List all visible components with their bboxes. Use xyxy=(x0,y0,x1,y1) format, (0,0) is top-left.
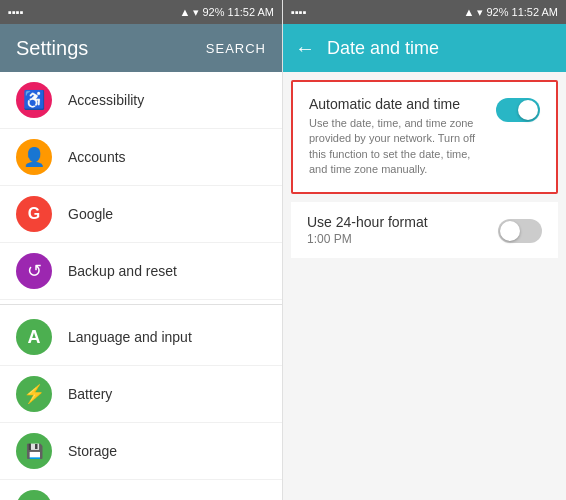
settings-item-accounts[interactable]: 👤 Accounts xyxy=(0,129,282,186)
accessibility-label: Accessibility xyxy=(68,92,144,108)
settings-item-accessories[interactable]: ⚙ Accessories xyxy=(0,480,282,500)
settings-item-battery[interactable]: ⚡ Battery xyxy=(0,366,282,423)
battery-text: 92% xyxy=(202,6,224,18)
right-notification-icons: ▪▪▪▪ xyxy=(291,6,307,18)
battery-label: Battery xyxy=(68,386,112,402)
settings-title: Settings xyxy=(16,37,88,60)
right-content: Automatic date and time Use the date, ti… xyxy=(283,72,566,500)
format-24h-text: Use 24-hour format 1:00 PM xyxy=(307,214,428,246)
language-icon: A xyxy=(16,319,52,355)
right-status-icons-left: ▪▪▪▪ xyxy=(291,6,307,18)
format-24h-toggle[interactable] xyxy=(498,219,542,243)
left-header: Settings SEARCH xyxy=(0,24,282,72)
settings-item-accessibility[interactable]: ♿ Accessibility xyxy=(0,72,282,129)
accounts-icon: 👤 xyxy=(16,139,52,175)
wifi-icon: ▾ xyxy=(193,6,199,19)
format-24h-title: Use 24-hour format xyxy=(307,214,428,230)
google-icon: G xyxy=(16,196,52,232)
format-24h-row[interactable]: Use 24-hour format 1:00 PM xyxy=(291,202,558,258)
right-signal-icon: ▲ xyxy=(464,6,475,18)
auto-datetime-text: Automatic date and time Use the date, ti… xyxy=(309,96,488,178)
settings-item-google[interactable]: G Google xyxy=(0,186,282,243)
notification-icons: ▪▪▪▪ xyxy=(8,6,24,18)
right-header-title: Date and time xyxy=(327,38,439,59)
right-battery-text: 92% xyxy=(486,6,508,18)
toggle-knob-24h xyxy=(500,221,520,241)
time-left: 11:52 AM xyxy=(228,6,274,18)
settings-list: ♿ Accessibility 👤 Accounts G Google ↺ Ba… xyxy=(0,72,282,500)
divider-1 xyxy=(0,304,282,305)
settings-item-storage[interactable]: 💾 Storage xyxy=(0,423,282,480)
accounts-label: Accounts xyxy=(68,149,126,165)
status-icons-left: ▪▪▪▪ xyxy=(8,6,24,18)
battery-icon: ⚡ xyxy=(16,376,52,412)
language-label: Language and input xyxy=(68,329,192,345)
status-icons-right: ▲ ▾ 92% 11:52 AM xyxy=(180,6,274,19)
accessories-icon: ⚙ xyxy=(16,490,52,500)
right-status-bar: ▪▪▪▪ ▲ ▾ 92% 11:52 AM xyxy=(283,0,566,24)
back-button[interactable]: ← xyxy=(295,37,315,60)
google-label: Google xyxy=(68,206,113,222)
left-panel: ▪▪▪▪ ▲ ▾ 92% 11:52 AM Settings SEARCH ♿ … xyxy=(0,0,283,500)
storage-icon: 💾 xyxy=(16,433,52,469)
auto-datetime-title: Automatic date and time xyxy=(309,96,488,112)
right-header: ← Date and time xyxy=(283,24,566,72)
backup-icon: ↺ xyxy=(16,253,52,289)
right-time: 11:52 AM xyxy=(512,6,558,18)
auto-datetime-toggle[interactable] xyxy=(496,98,540,122)
right-status-icons-right: ▲ ▾ 92% 11:52 AM xyxy=(464,6,558,19)
left-status-bar: ▪▪▪▪ ▲ ▾ 92% 11:52 AM xyxy=(0,0,282,24)
settings-item-backup[interactable]: ↺ Backup and reset xyxy=(0,243,282,300)
accessibility-icon: ♿ xyxy=(16,82,52,118)
auto-datetime-card[interactable]: Automatic date and time Use the date, ti… xyxy=(291,80,558,194)
backup-label: Backup and reset xyxy=(68,263,177,279)
toggle-knob-auto xyxy=(518,100,538,120)
settings-item-language[interactable]: A Language and input xyxy=(0,309,282,366)
right-wifi-icon: ▾ xyxy=(477,6,483,19)
format-24h-subtitle: 1:00 PM xyxy=(307,232,428,246)
signal-icon: ▲ xyxy=(180,6,191,18)
storage-label: Storage xyxy=(68,443,117,459)
auto-datetime-desc: Use the date, time, and time zone provid… xyxy=(309,116,488,178)
search-button[interactable]: SEARCH xyxy=(206,41,266,56)
right-panel: ▪▪▪▪ ▲ ▾ 92% 11:52 AM ← Date and time Au… xyxy=(283,0,566,500)
